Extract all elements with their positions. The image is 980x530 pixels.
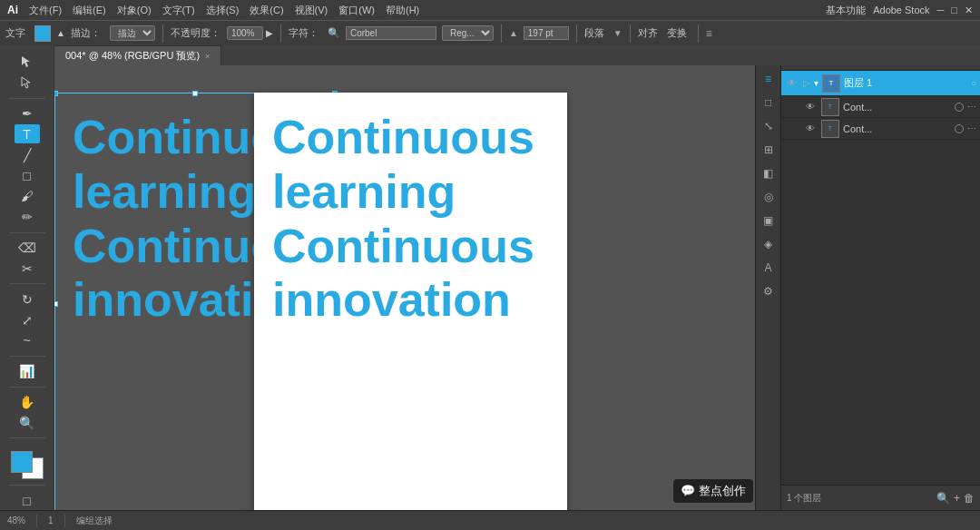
eraser-tool[interactable]: ⌫	[15, 239, 40, 258]
type-tool active[interactable]: T	[15, 124, 40, 143]
menu-view[interactable]: 视图(V)	[295, 4, 328, 17]
panel-options-icon[interactable]: ≡	[706, 27, 712, 40]
document-page: Continuous learning Continuous innovatio…	[254, 93, 567, 510]
tool-sep-4	[9, 356, 45, 357]
sublayer1-options[interactable]: ⋯	[967, 102, 976, 112]
layers-mini-icon[interactable]: ≡	[759, 69, 779, 89]
menu-window[interactable]: 窗口(W)	[338, 4, 375, 17]
menu-type[interactable]: 文字(T)	[162, 4, 195, 17]
workspace-label[interactable]: 基本功能	[826, 4, 866, 17]
color-boxes[interactable]	[11, 451, 44, 479]
opacity-group: 不透明度： ▶	[171, 26, 273, 40]
menu-edit[interactable]: 编辑(E)	[73, 4, 106, 17]
sublayer2-options[interactable]: ⋯	[967, 123, 976, 133]
sublayer2-indicator	[955, 124, 964, 133]
watermark-text: 整点创作	[699, 484, 746, 497]
font-label: 字符：	[289, 26, 318, 40]
status-bar: 48% 1 编组选择	[0, 510, 980, 530]
shape-tool[interactable]: □	[15, 166, 40, 185]
appearance-mini-icon[interactable]: ◈	[759, 234, 779, 254]
delete-layer-icon[interactable]: 🗑	[964, 492, 975, 505]
minimize-icon[interactable]: ─	[937, 5, 945, 15]
zoom-tool[interactable]: 🔍	[15, 413, 40, 432]
sublayer2-thumbnail: T	[821, 120, 839, 138]
close-icon[interactable]: ✕	[965, 5, 973, 16]
scissors-tool[interactable]: ✂	[15, 259, 40, 278]
sublayer2-visibility-icon[interactable]: 👁	[803, 122, 818, 136]
layer-thumbnail: T	[822, 74, 840, 93]
layers-panel: 图层 ≫ ≡ 👁 ▷ ▾ T 图层 1 ○ 👁 T Cont... ⋯ 👁 T …	[780, 45, 980, 510]
fill-color-swatch[interactable]	[34, 25, 51, 42]
sublayer1-name: Cont...	[843, 102, 951, 113]
stroke-select[interactable]: 描边	[110, 25, 155, 41]
graph-tool[interactable]: 📊	[15, 362, 40, 381]
watermark-icon: 💬	[681, 484, 699, 497]
settings-mini-icon[interactable]: ⚙	[759, 281, 779, 301]
document-tab[interactable]: 004* @ 48% (RGB/GPU 预览) ×	[54, 45, 221, 65]
page-text-block: Continuous learning Continuous innovatio…	[254, 93, 567, 346]
pen-tool[interactable]: ✒	[15, 104, 40, 123]
stroke-mini-icon[interactable]: ◎	[759, 187, 779, 207]
sublayer1-visibility-icon[interactable]: 👁	[803, 100, 818, 114]
align-mini-icon[interactable]: ⊞	[759, 140, 779, 160]
sublayer-row-2[interactable]: 👁 T Cont... ⋯	[781, 118, 980, 140]
sublayer-row-1[interactable]: 👁 T Cont... ⋯	[781, 96, 980, 118]
menu-help[interactable]: 帮助(H)	[386, 4, 419, 17]
pathfinder-mini-icon[interactable]: ◧	[759, 163, 779, 183]
paintbrush-tool[interactable]: 🖌	[15, 187, 40, 206]
menu-file[interactable]: 文件(F)	[29, 4, 62, 17]
maximize-icon[interactable]: □	[951, 5, 957, 15]
selection-mode: 编组选择	[76, 515, 113, 527]
search-layers-icon[interactable]: 🔍	[936, 492, 950, 505]
line-tool[interactable]: ╱	[15, 145, 40, 164]
layer-lock-icon[interactable]: ▷	[803, 78, 810, 88]
layer-visibility-icon[interactable]: 👁	[785, 76, 799, 91]
char-styles-mini-icon[interactable]: A	[759, 258, 779, 278]
new-layer-icon[interactable]: +	[954, 492, 960, 505]
selection-tool[interactable]	[15, 53, 40, 72]
font-input[interactable]	[346, 26, 436, 40]
page-line3: Continuous	[272, 220, 549, 274]
artboard-number: 1	[48, 515, 54, 525]
opacity-label: 不透明度：	[171, 26, 220, 40]
font-style-select[interactable]: Reg...	[442, 25, 494, 41]
sublayer1-indicator	[955, 103, 964, 112]
layer-expand-icon[interactable]: ▾	[814, 78, 818, 88]
page-line4: innovation	[272, 273, 549, 328]
layers-panel-bottom: 1 个图层 🔍 + 🗑	[781, 485, 980, 510]
transform-mini-icon[interactable]: ⤡	[759, 116, 779, 136]
gradient-mini-icon[interactable]: ▣	[759, 211, 779, 231]
screen-mode[interactable]: □	[15, 491, 40, 510]
opacity-arrow[interactable]: ▶	[266, 28, 273, 38]
menu-select[interactable]: 选择(S)	[206, 4, 240, 17]
layer-1-name: 图层 1	[844, 76, 955, 90]
font-size-input[interactable]	[524, 26, 569, 40]
foreground-color[interactable]	[11, 451, 33, 473]
tool-label: 文字	[5, 26, 25, 40]
page-line2: learning	[272, 165, 549, 220]
tool-sep-2	[9, 232, 45, 233]
opacity-input[interactable]	[227, 26, 263, 40]
menu-effect[interactable]: 效果(C)	[250, 4, 283, 17]
direct-selection-tool[interactable]	[15, 74, 40, 93]
stock-label[interactable]: Adobe Stock	[873, 5, 929, 15]
pencil-tool[interactable]: ✏	[15, 208, 40, 227]
app-logo: Ai	[7, 4, 18, 16]
scale-tool[interactable]: ⤢	[15, 310, 40, 329]
sublayer2-name: Cont...	[843, 123, 951, 134]
menu-object[interactable]: 对象(O)	[117, 4, 152, 17]
menu-bar: Ai 文件(F) 编辑(E) 对象(O) 文字(T) 选择(S) 效果(C) 视…	[0, 0, 980, 20]
layer-options-icon[interactable]: ○	[971, 78, 976, 88]
right-mini-panel: ≡ □ ⤡ ⊞ ◧ ◎ ▣ ◈ A ⚙	[755, 65, 780, 510]
paragraph-label: 段落	[584, 26, 604, 40]
layer-row-1[interactable]: 👁 ▷ ▾ T 图层 1 ○	[781, 71, 980, 96]
rotate-tool[interactable]: ↻	[15, 290, 40, 309]
paragraph-dropdown-icon[interactable]: ▼	[613, 28, 622, 38]
warp-tool[interactable]: ~	[15, 331, 40, 350]
fill-icon: ▲	[56, 28, 65, 38]
artboard-mini-icon[interactable]: □	[759, 93, 779, 113]
tab-close-icon[interactable]: ×	[205, 52, 210, 61]
status-div-1	[36, 515, 37, 527]
hand-tool[interactable]: ✋	[15, 392, 40, 411]
search-icon: 🔍	[328, 27, 340, 39]
